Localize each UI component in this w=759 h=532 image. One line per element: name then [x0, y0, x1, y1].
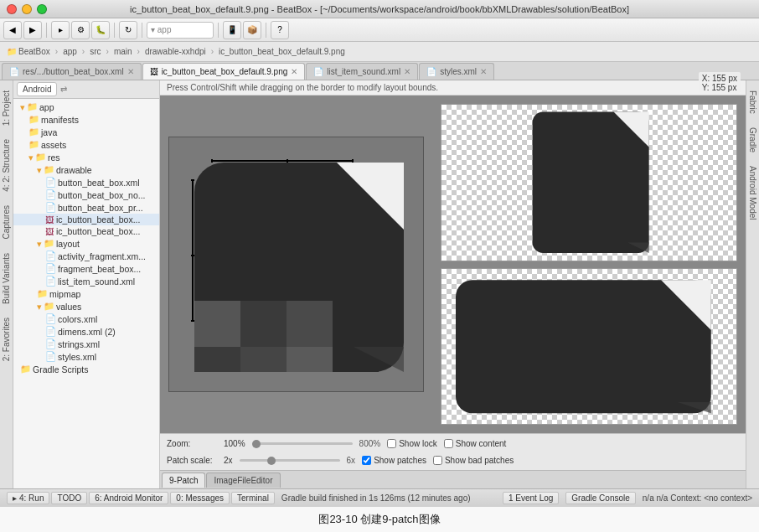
toolbar-build-btn[interactable]: ▸: [51, 21, 70, 39]
tab-button-beat-box-xml[interactable]: 📄 res/.../button_beat_box.xml ✕: [2, 63, 142, 80]
tree-item-activity[interactable]: 📄 activity_fragment.xm...: [13, 250, 159, 262]
show-lock-checkbox-group: Show lock: [387, 439, 437, 448]
toolbar-sdk-btn[interactable]: 📦: [243, 21, 261, 39]
toolbar-debug-btn[interactable]: 🐛: [91, 21, 110, 39]
tree-item-ic-button2[interactable]: 🖼 ic_button_beat_box...: [13, 225, 159, 237]
sidebar-tab-arrows[interactable]: ⇄: [57, 85, 70, 94]
tab-list-item-sound[interactable]: 📄 list_item_sound.xml ✕: [306, 63, 418, 80]
tree-label-styles: styles.xml: [58, 352, 96, 362]
patch-scale-slider[interactable]: [240, 459, 340, 462]
status-right: 1 Event Log Gradle Console n/a n/a Conte…: [503, 492, 752, 504]
show-content-checkbox[interactable]: [444, 439, 453, 448]
status-terminal-btn[interactable]: Terminal: [231, 492, 275, 504]
nine-patch-editor-container: [168, 137, 424, 392]
breadcrumb-drawable[interactable]: drawable-xxhdpi: [142, 47, 209, 56]
breadcrumb-file[interactable]: ic_button_beat_box_default.9.png: [215, 47, 349, 56]
show-patches-checkbox[interactable]: [362, 456, 371, 465]
tab-close-3[interactable]: ✕: [480, 67, 487, 76]
tree-label-dimens: dimens.xml (2): [58, 327, 116, 337]
show-lock-checkbox[interactable]: [387, 439, 396, 448]
toolbar-sync-btn[interactable]: ↻: [119, 21, 137, 39]
nine-patch-svg[interactable]: [168, 137, 424, 392]
tree-item-button-beat-box[interactable]: 📄 button_beat_box.xml: [13, 176, 159, 189]
tree-label-activity: activity_fragment.xm...: [58, 251, 146, 261]
folder-icon-gradle: 📁: [20, 364, 31, 374]
tree-item-assets[interactable]: 📁 assets: [13, 138, 159, 151]
left-tab-build-variants[interactable]: Build Variants: [0, 246, 13, 311]
tab-9patch-label: 9-Patch: [169, 476, 198, 485]
gradle-console-btn[interactable]: Gradle Console: [565, 492, 635, 504]
hint-bar: Press Control/Shift while dragging on th…: [160, 80, 746, 96]
svg-rect-4: [287, 301, 333, 347]
toolbar-run-btn[interactable]: ⚙: [71, 21, 90, 39]
title-bar: ic_button_beat_box_default.9.png - BeatB…: [0, 0, 759, 18]
tree-item-manifests[interactable]: 📁 manifests: [13, 113, 159, 126]
window-controls[interactable]: [7, 4, 47, 14]
tab-close-2[interactable]: ✕: [404, 67, 410, 76]
toolbar-back-btn[interactable]: ◀: [3, 21, 22, 39]
tree-item-java[interactable]: 📁 java: [13, 126, 159, 138]
tree-item-app[interactable]: ▾ 📁 app: [13, 101, 159, 113]
status-run-btn[interactable]: ▸ 4: Run: [7, 492, 49, 504]
show-bad-patches-checkbox-group: Show bad patches: [433, 456, 514, 465]
breadcrumb-src[interactable]: src: [86, 47, 104, 56]
tree-item-strings[interactable]: 📄 strings.xml: [13, 338, 159, 350]
zoom-row: Zoom: 100% 800% Show lock Show content: [167, 436, 739, 452]
toolbar-help-btn[interactable]: ?: [271, 21, 289, 39]
tree-item-gradle-scripts[interactable]: 📁 Gradle Scripts: [13, 363, 159, 375]
tree-item-values[interactable]: ▾ 📁 values: [13, 300, 159, 312]
tab-ic-button-default[interactable]: 🖼 ic_button_beat_box_default.9.png ✕: [142, 63, 306, 80]
maximize-button[interactable]: [37, 4, 47, 14]
tab-image-file-editor[interactable]: ImageFileEditor: [206, 473, 280, 488]
minimize-button[interactable]: [22, 4, 32, 14]
tree-item-res[interactable]: ▾ 📁 res: [13, 151, 159, 163]
zoom-slider[interactable]: [252, 442, 353, 445]
event-log-btn[interactable]: 1 Event Log: [503, 492, 559, 504]
tab-icon3: 📄: [313, 67, 323, 76]
xml-icon-3: 📄: [45, 202, 56, 213]
tree-label-app: app: [39, 102, 54, 112]
tree-item-list-item[interactable]: 📄 list_item_sound.xml: [13, 275, 159, 287]
breadcrumb-app[interactable]: app: [59, 47, 80, 56]
tree-label-mipmap: mipmap: [49, 289, 80, 299]
right-tab-fabric[interactable]: Fabric: [746, 84, 759, 121]
tree-item-drawable[interactable]: ▾ 📁 drawable: [13, 163, 159, 176]
left-tab-favorites[interactable]: 2: Favorites: [0, 311, 13, 368]
tree-item-colors[interactable]: 📄 colors.xml: [13, 312, 159, 325]
folder-expand-icon: ▾: [20, 102, 25, 112]
tree-item-layout[interactable]: ▾ 📁 layout: [13, 237, 159, 250]
tree-item-dimens[interactable]: 📄 dimens.xml (2): [13, 325, 159, 338]
show-bad-patches-checkbox[interactable]: [433, 456, 442, 465]
left-tab-project[interactable]: 1: Project: [0, 84, 13, 132]
tab-styles-xml[interactable]: 📄 styles.xml ✕: [419, 63, 494, 80]
terminal-label: Terminal: [237, 493, 269, 503]
tree-item-ic-button[interactable]: 🖼 ic_button_beat_box...: [13, 214, 159, 225]
toolbar-avd-btn[interactable]: 📱: [223, 21, 241, 39]
folder-icon-values: 📁: [44, 301, 54, 312]
breadcrumb-main[interactable]: main: [111, 47, 136, 56]
sidebar-tab-android[interactable]: Android: [17, 82, 57, 96]
left-tab-captures[interactable]: Captures: [0, 199, 13, 246]
breadcrumb-beatbox[interactable]: 📁 BeatBox: [3, 47, 54, 56]
left-tab-structure[interactable]: 4: 2: Structure: [0, 132, 13, 199]
zoom-value: 100%: [224, 439, 245, 448]
show-content-checkbox-group: Show content: [444, 439, 507, 448]
right-tab-android-model[interactable]: Android Model: [746, 159, 759, 226]
xml-icon-2: 📄: [45, 189, 56, 200]
status-monitor-btn[interactable]: 6: Android Monitor: [89, 492, 168, 504]
tab-9patch[interactable]: 9-Patch: [162, 473, 205, 488]
tree-item-bbb-pr[interactable]: 📄 button_beat_box_pr...: [13, 201, 159, 214]
toolbar-forward-btn[interactable]: ▶: [23, 21, 42, 39]
tab-close-1[interactable]: ✕: [291, 67, 297, 76]
close-button[interactable]: [7, 4, 17, 14]
status-text: Gradle build finished in 1s 126ms (12 mi…: [281, 493, 471, 503]
right-tab-gradle[interactable]: Gradle: [746, 121, 759, 159]
tab-close-0[interactable]: ✕: [127, 67, 134, 76]
status-messages-btn[interactable]: 0: Messages: [170, 492, 230, 504]
tab-label-3: styles.xml: [440, 67, 477, 76]
tree-item-styles[interactable]: 📄 styles.xml: [13, 350, 159, 363]
status-todo-btn[interactable]: TODO: [51, 492, 87, 504]
tree-item-fragment[interactable]: 📄 fragment_beat_box...: [13, 262, 159, 275]
tree-item-mipmap[interactable]: 📁 mipmap: [13, 287, 159, 300]
tree-item-bbb-no[interactable]: 📄 button_beat_box_no...: [13, 189, 159, 201]
